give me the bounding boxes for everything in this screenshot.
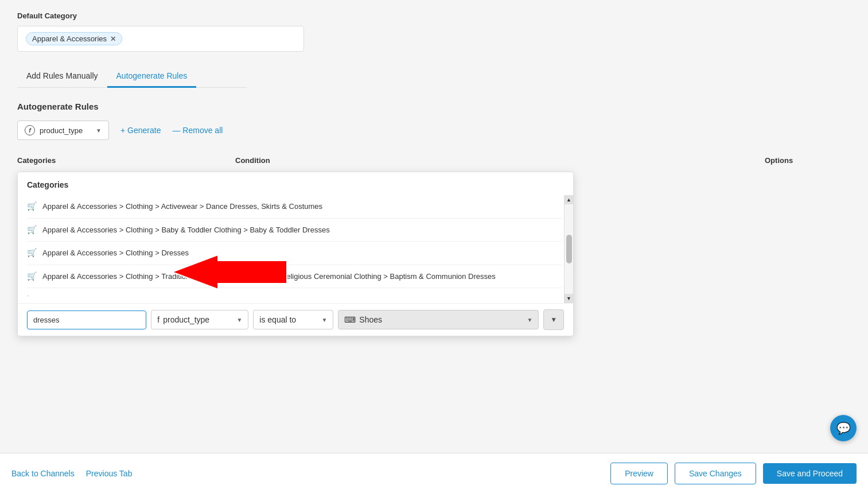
chat-icon: 💬 (836, 421, 851, 435)
item-text: Apparel & Accessories > Clothing > Activ… (42, 201, 562, 212)
autogenerate-section: Autogenerate Rules f product_type ▼ + Ge… (17, 102, 851, 336)
dropdown-item[interactable]: 🛒 Apparel & Accessories > Clothing > Act… (27, 195, 562, 219)
default-category-label: Default Category (17, 11, 851, 20)
scrollbar[interactable]: ▲ ▼ (564, 195, 573, 303)
cart-icon: 🛒 (27, 225, 37, 234)
condition-chevron-icon: ▼ (236, 317, 242, 323)
tab-autogenerate[interactable]: Autogenerate Rules (107, 65, 197, 88)
tab-manual[interactable]: Add Rules Manually (17, 65, 107, 88)
autogenerate-title: Autogenerate Rules (17, 102, 851, 111)
footer: Back to Channels Previous Tab Preview Sa… (0, 453, 868, 493)
dropdown-list[interactable]: 🛒 Apparel & Accessories > Clothing > Act… (18, 195, 573, 303)
tabs-row: Add Rules Manually Autogenerate Rules (17, 65, 247, 88)
save-and-proceed-button[interactable]: Save and Proceed (763, 463, 857, 484)
col-options: Options (765, 156, 851, 165)
cart-icon: 🛒 (27, 248, 37, 257)
value-label: Shoes (359, 315, 382, 324)
item-text: Apparel & Accessories > Clothing > Baby … (42, 224, 562, 236)
dropdown-header: Categories (18, 172, 573, 195)
value-select[interactable]: ⌨ Shoes ▼ (338, 310, 539, 329)
tag-close-icon[interactable]: ✕ (110, 35, 116, 43)
table-header: Categories Condition Options (17, 152, 851, 169)
generate-button[interactable]: + Generate (120, 126, 161, 135)
scroll-up-button[interactable]: ▲ (565, 195, 573, 204)
operator-chevron-icon: ▼ (321, 317, 327, 323)
select-label: product_type (40, 126, 91, 135)
input-row: f product_type ▼ is equal to ▼ ⌨ Shoes ▼ (18, 303, 573, 336)
operator-select[interactable]: is equal to ▼ (253, 310, 333, 329)
tag-label: Apparel & Accessories (32, 34, 107, 43)
product-type-select[interactable]: f product_type ▼ (17, 121, 109, 140)
category-search-input[interactable] (27, 310, 146, 329)
function-icon-2: f (157, 315, 159, 324)
default-category-box: Apparel & Accessories ✕ (17, 26, 304, 52)
chevron-down-icon: ▼ (96, 127, 102, 134)
dropdown-wrapper: Categories 🛒 Apparel & Accessories > Clo… (17, 172, 851, 336)
options-chevron-icon: ▼ (550, 316, 557, 324)
footer-right: Preview Save Changes Save and Proceed (610, 463, 857, 484)
dropdown-item[interactable]: 🛒 Apparel & Accessories > Clothing > Dre… (27, 242, 562, 265)
item-text: Apparel & Accessories > Clothing > Tradi… (42, 271, 562, 282)
operator-label: is equal to (259, 315, 296, 324)
function-icon: f (25, 125, 35, 135)
options-dropdown-button[interactable]: ▼ (543, 309, 564, 330)
dropdown-item[interactable]: 🛒 Apparel & Accessories > Clothing > Tra… (27, 265, 562, 289)
col-condition: Condition (235, 156, 765, 165)
preview-button[interactable]: Preview (610, 463, 668, 484)
item-text: Apparel & Accessories > Clothing > Dress… (42, 247, 562, 259)
remove-all-button[interactable]: — Remove all (172, 126, 223, 135)
categories-dropdown: Categories 🛒 Apparel & Accessories > Clo… (17, 172, 574, 336)
keyboard-icon: ⌨ (344, 315, 356, 324)
condition-type-select[interactable]: f product_type ▼ (151, 310, 248, 329)
condition-select-label: product_type (163, 315, 209, 324)
save-changes-button[interactable]: Save Changes (675, 463, 756, 484)
value-chevron-icon: ▼ (527, 317, 532, 323)
col-categories: Categories (17, 156, 235, 165)
dropdown-item[interactable]: 🛒 Apparel & Accessories > Clothing > Bab… (27, 219, 562, 242)
cart-icon: 🛒 (27, 271, 37, 281)
chat-button[interactable]: 💬 (830, 415, 857, 441)
scrollbar-thumb (566, 235, 572, 263)
cart-icon: 🛒 (27, 201, 37, 211)
scroll-down-button[interactable]: ▼ (565, 294, 573, 303)
footer-left: Back to Channels Previous Tab (11, 469, 599, 478)
previous-tab-link[interactable]: Previous Tab (86, 469, 133, 478)
back-to-channels-link[interactable]: Back to Channels (11, 469, 75, 478)
controls-row: f product_type ▼ + Generate — Remove all (17, 121, 851, 140)
category-tag[interactable]: Apparel & Accessories ✕ (26, 32, 122, 45)
